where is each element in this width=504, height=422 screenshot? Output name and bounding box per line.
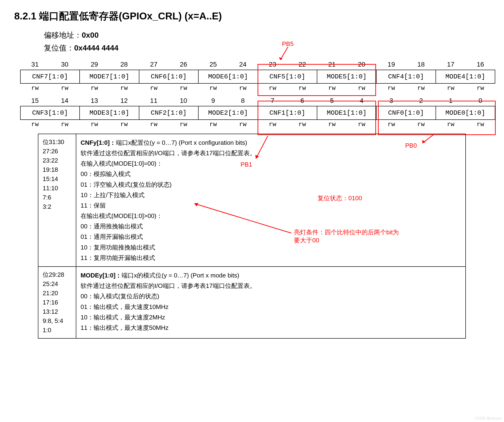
bitnum: 21 [317, 59, 347, 70]
modey-description: MODEy[1:0]：端口x的模式位(y = 0…7) (Port x mode… [76, 266, 466, 338]
field-cell: MODE3[1:0] [80, 106, 139, 120]
modey-bit-list: 位29:28 25:24 21:20 17:16 13:12 9:8, 5:4 … [38, 266, 76, 338]
rw-label: rw [258, 84, 288, 93]
bitnum: 19 [377, 59, 406, 70]
cnfy-l6: 11：保留 [81, 202, 106, 209]
field-cell: CNF0[1:0] [377, 106, 436, 120]
section-title: 8.2.1 端口配置低寄存器(GPIOx_CRL) (x=A..E) [14, 9, 490, 23]
rw-label: rw [258, 120, 288, 129]
rw-label: rw [80, 120, 109, 129]
bitnum: 27 [139, 59, 168, 70]
modey-l2: 00：输入模式(复位后的状态) [81, 293, 159, 300]
field-cell: CNF6[1:0] [139, 70, 198, 84]
rw-label: rw [377, 120, 406, 129]
field-row-low: CNF3[1:0] MODE3[1:0] CNF2[1:0] MODE2[1:0… [20, 106, 495, 120]
bitnum: 7 [258, 96, 288, 106]
modey-head: MODEy[1:0]： [81, 272, 121, 279]
cnfy-l1: 软件通过这些位配置相应的I/O端口，请参考表17端口位配置表。 [81, 150, 256, 157]
rw-label: rw [466, 120, 495, 129]
bitnum: 31 [20, 59, 50, 70]
register-meta: 偏移地址：0x00 复位值：0x4444 4444 [44, 29, 490, 54]
bitnum: 0 [466, 96, 495, 106]
cnfy-l9: 01：通用开漏输出模式 [81, 233, 143, 240]
cnfy-l4: 01：浮空输入模式(复位后的状态) [81, 181, 172, 188]
rw-label: rw [347, 84, 376, 93]
bitnum: 1 [436, 96, 465, 106]
rw-label: rw [139, 120, 168, 129]
rw-label: rw [50, 120, 79, 129]
reset-label: 复位值： [44, 44, 74, 52]
cnfy-l3: 00：模拟输入模式 [81, 170, 131, 177]
cnfy-l7: 在输出模式(MODE[1:0]>00)： [81, 212, 162, 219]
field-cell: CNF7[1:0] [20, 70, 80, 84]
rw-label: rw [347, 120, 376, 129]
field-cell: MODE2[1:0] [198, 106, 258, 120]
rw-label: rw [109, 120, 139, 129]
cnfy-l5: 10：上拉/下拉输入模式 [81, 192, 144, 199]
bitnum: 3 [377, 96, 406, 106]
bitnum: 4 [347, 96, 376, 106]
bitnum: 12 [109, 96, 139, 106]
reset-value: 0x4444 4444 [74, 44, 119, 52]
field-cell: MODE7[1:0] [80, 70, 139, 84]
bitnum: 2 [406, 96, 436, 106]
modey-l1: 软件通过这些位配置相应的I/O端口，请参考表17端口位配置表。 [81, 282, 256, 289]
rw-label: rw [20, 120, 50, 129]
bitnum: 11 [139, 96, 168, 106]
bitnum: 22 [288, 59, 317, 70]
cnfy-l2: 在输入模式(MODE[1:0]=00)： [81, 160, 162, 167]
rw-row-low: rw rw rw rw rw rw rw rw rw rw rw rw rw r… [20, 120, 495, 129]
bitnum: 5 [317, 96, 347, 106]
rw-label: rw [80, 84, 109, 93]
field-cell: CNF5[1:0] [258, 70, 317, 84]
bitnum: 28 [109, 59, 139, 70]
bitnum: 9 [198, 96, 228, 106]
bitnum: 16 [466, 59, 495, 70]
cnfy-bit-list: 位31:30 27:26 23:22 19:18 15:14 11:10 7:6… [38, 134, 76, 266]
modey-l3: 01：输出模式，最大速度10MHz [81, 303, 168, 310]
field-cell: CNF1[1:0] [258, 106, 317, 120]
offset-value: 0x00 [82, 31, 99, 39]
offset-label: 偏移地址： [44, 31, 82, 39]
rw-label: rw [317, 84, 347, 93]
rw-label: rw [169, 120, 198, 129]
rw-label: rw [288, 84, 317, 93]
cnfy-l8: 00：通用推挽输出模式 [81, 223, 143, 230]
bitnum: 15 [20, 96, 50, 106]
rw-label: rw [436, 84, 465, 93]
field-cell: MODE1[1:0] [317, 106, 377, 120]
bitnum: 18 [406, 59, 436, 70]
rw-label: rw [406, 84, 436, 93]
rw-row-high: rw rw rw rw rw rw rw rw rw rw rw rw rw r… [20, 84, 495, 93]
bitnum: 24 [228, 59, 258, 70]
field-cell: MODE6[1:0] [198, 70, 258, 84]
rw-label: rw [288, 120, 317, 129]
bitnum: 29 [80, 59, 109, 70]
field-row-high: CNF7[1:0] MODE7[1:0] CNF6[1:0] MODE6[1:0… [20, 70, 495, 84]
rw-label: rw [228, 120, 258, 129]
rw-label: rw [406, 120, 436, 129]
rw-label: rw [198, 120, 228, 129]
bitnum: 25 [198, 59, 228, 70]
rw-label: rw [198, 84, 228, 93]
field-cell: CNF4[1:0] [377, 70, 436, 84]
bitnum: 14 [50, 96, 79, 106]
cnfy-head2: 端口x配置位(y = 0…7) (Port x configuration bi… [116, 139, 247, 146]
bitnum: 13 [80, 96, 109, 106]
bitnum: 10 [169, 96, 198, 106]
rw-label: rw [50, 84, 79, 93]
description-table: 位31:30 27:26 23:22 19:18 15:14 11:10 7:6… [38, 134, 466, 339]
rw-label: rw [228, 84, 258, 93]
field-cell: MODE4[1:0] [436, 70, 495, 84]
rw-label: rw [109, 84, 139, 93]
bit-numbers-high: 31 30 29 28 27 26 25 24 23 22 21 20 19 1… [20, 59, 495, 70]
bitnum: 23 [258, 59, 288, 70]
modey-l5: 11：输出模式，最大速度50MHz [81, 324, 168, 331]
modey-head2: 端口x的模式位(y = 0…7) (Port x mode bits) [121, 272, 239, 279]
rw-label: rw [436, 120, 465, 129]
cnfy-l10: 10：复用功能推挽输出模式 [81, 244, 155, 251]
bitnum: 20 [347, 59, 376, 70]
rw-label: rw [139, 84, 168, 93]
rw-label: rw [377, 84, 406, 93]
field-cell: CNF3[1:0] [20, 106, 80, 120]
